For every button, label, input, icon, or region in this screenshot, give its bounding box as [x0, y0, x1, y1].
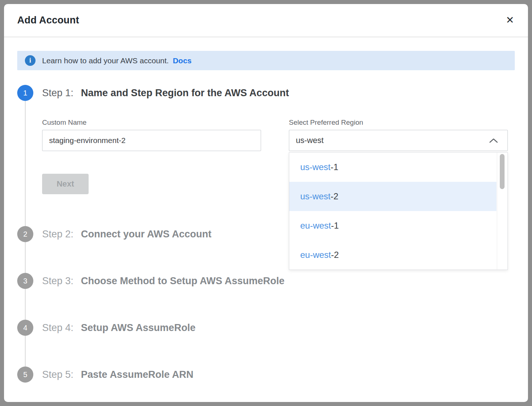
step-1-header: 1 Step 1: Name and Step Region for the A…	[17, 85, 515, 101]
banner-text: Learn how to add your AWS account.	[42, 56, 169, 65]
step-4-title: Setup AWS AssumeRole	[81, 322, 196, 333]
step-3-number-badge: 3	[17, 273, 33, 289]
step-1-number-badge: 1	[17, 85, 33, 101]
dropdown-scrollbar-thumb[interactable]	[500, 154, 505, 189]
step-5-header: 5 Step 5: Paste AssumeRole ARN	[17, 366, 515, 383]
region-select[interactable]: us-west	[289, 130, 508, 151]
step-2-label: Step 2:	[42, 229, 74, 240]
next-button[interactable]: Next	[42, 174, 89, 194]
region-field-group: Select Preferred Region us-west us-west-…	[289, 119, 508, 151]
chevron-up-icon	[489, 138, 498, 143]
step-3-title: Choose Method to Setup AWS AssumeRole	[81, 275, 284, 286]
region-label: Select Preferred Region	[289, 119, 508, 127]
close-icon[interactable]: ✕	[506, 15, 514, 25]
dropdown-scrollbar-track	[497, 153, 507, 270]
step-5-label: Step 5:	[42, 369, 74, 380]
modal-header: Add Account ✕	[4, 4, 528, 37]
info-icon: i	[25, 55, 36, 66]
step-connector	[25, 289, 515, 320]
info-banner: i Learn how to add your AWS account. Doc…	[17, 51, 515, 70]
step-3-header: 3 Step 3: Choose Method to Setup AWS Ass…	[17, 273, 515, 289]
step-4-header: 4 Step 4: Setup AWS AssumeRole	[17, 320, 515, 336]
modal-content: i Learn how to add your AWS account. Doc…	[4, 51, 528, 401]
step-1-label: Step 1:	[42, 87, 74, 98]
custom-name-field-group: Custom Name	[42, 119, 261, 151]
docs-link[interactable]: Docs	[173, 56, 191, 65]
step-1: 1 Step 1: Name and Step Region for the A…	[17, 85, 515, 226]
region-option-eu-west-1[interactable]: eu-west-1	[289, 211, 496, 240]
region-select-value: us-west	[296, 136, 324, 145]
region-option-us-west-1[interactable]: us-west-1	[289, 153, 496, 182]
step-4: 4 Step 4: Setup AWS AssumeRole	[17, 320, 515, 366]
add-account-modal: Add Account ✕ i Learn how to add your AW…	[4, 4, 528, 402]
step-5: 5 Step 5: Paste AssumeRole ARN	[17, 366, 515, 383]
region-dropdown: us-west-1 us-west-2 eu-west-1 eu-west-2	[289, 152, 508, 270]
step-5-number-badge: 5	[17, 366, 33, 383]
custom-name-label: Custom Name	[42, 119, 261, 127]
modal-title: Add Account	[17, 15, 79, 26]
step-3-label: Step 3:	[42, 275, 74, 286]
step-connector	[25, 336, 515, 366]
step-2-title: Connect your AWS Account	[81, 229, 212, 240]
step-4-label: Step 4:	[42, 322, 74, 333]
step-1-body: Custom Name Select Preferred Region us-w…	[25, 101, 515, 226]
step-2-number-badge: 2	[17, 226, 33, 242]
custom-name-input[interactable]	[42, 130, 261, 151]
region-option-eu-west-2[interactable]: eu-west-2	[289, 240, 496, 270]
step-1-title: Name and Step Region for the AWS Account	[81, 87, 289, 98]
step-4-number-badge: 4	[17, 320, 33, 336]
region-option-us-west-2[interactable]: us-west-2	[289, 182, 496, 211]
step-3: 3 Step 3: Choose Method to Setup AWS Ass…	[17, 273, 515, 320]
step-5-title: Paste AssumeRole ARN	[81, 369, 193, 380]
